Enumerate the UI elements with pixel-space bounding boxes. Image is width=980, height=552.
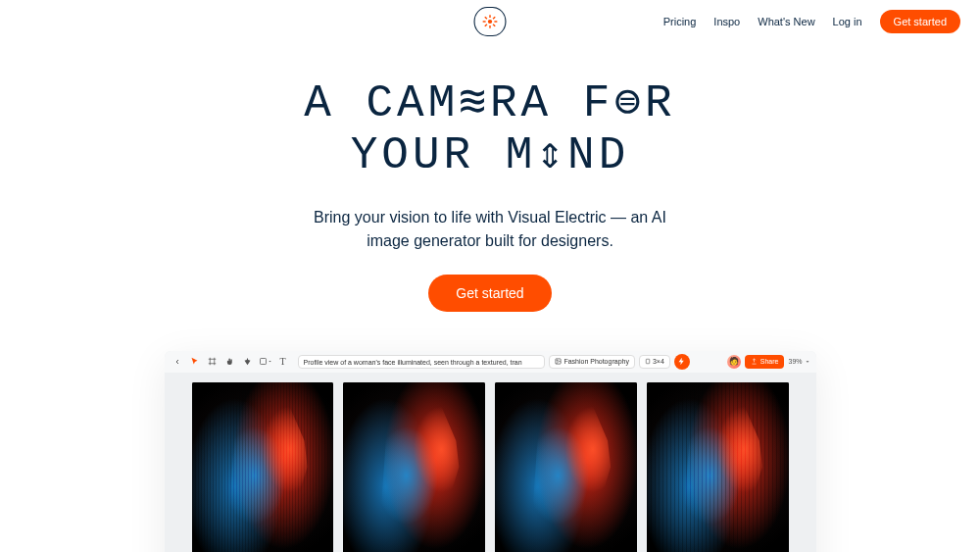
svg-line-5 [485, 17, 487, 19]
generated-image[interactable] [192, 382, 334, 552]
bolt-icon [677, 357, 686, 366]
pen-icon[interactable] [241, 355, 255, 369]
svg-point-15 [557, 360, 558, 361]
nav-pricing[interactable]: Pricing [663, 16, 697, 27]
app-toolbar: T Profile view of a woman's face illumin… [165, 351, 816, 373]
nav-whats-new[interactable]: What's New [758, 16, 814, 27]
hero-section: A CAM≋RA F⊜R YOUR M⇕ND Bring your vision… [0, 78, 980, 312]
frame-icon[interactable] [206, 355, 220, 369]
cursor-icon[interactable] [188, 355, 202, 369]
user-avatar[interactable]: 🧑 [727, 355, 741, 369]
hero-title: A CAM≋RA F⊜R YOUR M⇕ND [304, 78, 675, 182]
hero-cta-button[interactable]: Get started [428, 275, 551, 312]
generate-button[interactable] [674, 354, 690, 370]
hero-title-line2: YOUR M⇕ND [351, 130, 630, 181]
aspect-icon [645, 358, 651, 365]
chevron-down-icon [805, 359, 810, 365]
primary-nav: Pricing Inspo What's New Log in Get star… [663, 0, 960, 43]
generated-image[interactable] [647, 382, 789, 552]
share-icon [751, 358, 758, 365]
nav-inspo[interactable]: Inspo [713, 16, 740, 27]
svg-line-6 [493, 25, 495, 26]
svg-line-7 [485, 25, 487, 26]
app-preview: T Profile view of a woman's face illumin… [165, 351, 816, 552]
hand-icon[interactable] [223, 355, 237, 369]
zoom-control[interactable]: 39% [788, 358, 809, 365]
generated-image[interactable] [495, 382, 637, 552]
site-header: Pricing Inspo What's New Log in Get star… [0, 0, 980, 43]
shape-icon[interactable] [259, 355, 272, 369]
svg-rect-16 [646, 360, 650, 365]
hero-title-line1: A CAM≋RA F⊜R [304, 78, 675, 129]
prompt-input[interactable]: Profile view of a woman's face illuminat… [298, 355, 546, 369]
svg-rect-13 [260, 359, 266, 365]
text-icon[interactable]: T [276, 355, 290, 369]
nav-cta-button[interactable]: Get started [880, 10, 960, 33]
back-icon[interactable] [171, 355, 184, 369]
canvas-grid[interactable] [165, 373, 816, 552]
ratio-chip[interactable]: 3×4 [639, 355, 670, 369]
hero-subtitle: Bring your vision to life with Visual El… [0, 206, 980, 253]
style-chip[interactable]: Fashion Photography [549, 355, 635, 369]
generated-image[interactable] [343, 382, 485, 552]
svg-point-0 [488, 20, 492, 24]
image-icon [555, 358, 562, 365]
nav-login[interactable]: Log in [833, 16, 862, 27]
svg-line-8 [493, 17, 495, 19]
sunburst-icon [481, 14, 499, 29]
share-button[interactable]: Share [745, 355, 785, 369]
logo[interactable] [474, 7, 507, 36]
